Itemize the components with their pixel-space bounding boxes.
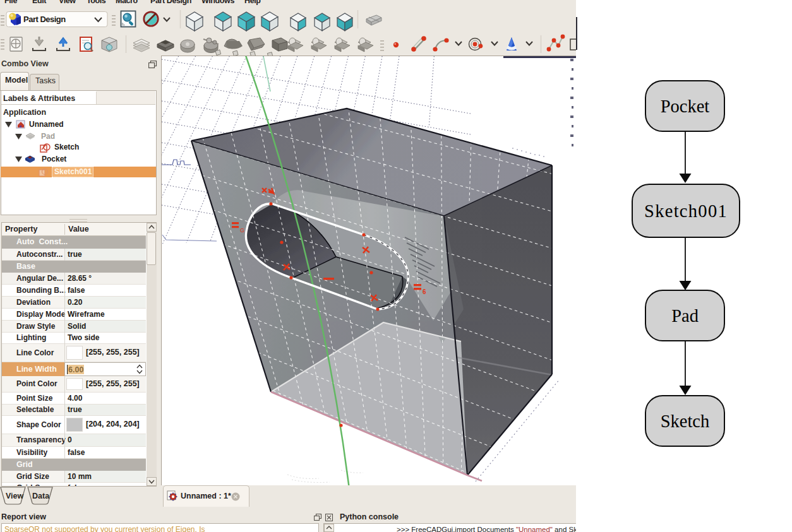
- svg-text:Help: Help: [244, 0, 261, 5]
- svg-text:Sketch: Sketch: [661, 411, 710, 431]
- svg-text:Sketch001: Sketch001: [644, 201, 728, 221]
- svg-text:6: 6: [423, 288, 426, 295]
- svg-text:View: View: [6, 492, 24, 500]
- svg-text:Pocket: Pocket: [661, 97, 710, 116]
- svg-text:Windows: Windows: [201, 0, 234, 5]
- svg-text:Pad: Pad: [671, 306, 699, 326]
- svg-text:Data: Data: [32, 492, 50, 500]
- svg-text:G: G: [240, 227, 244, 233]
